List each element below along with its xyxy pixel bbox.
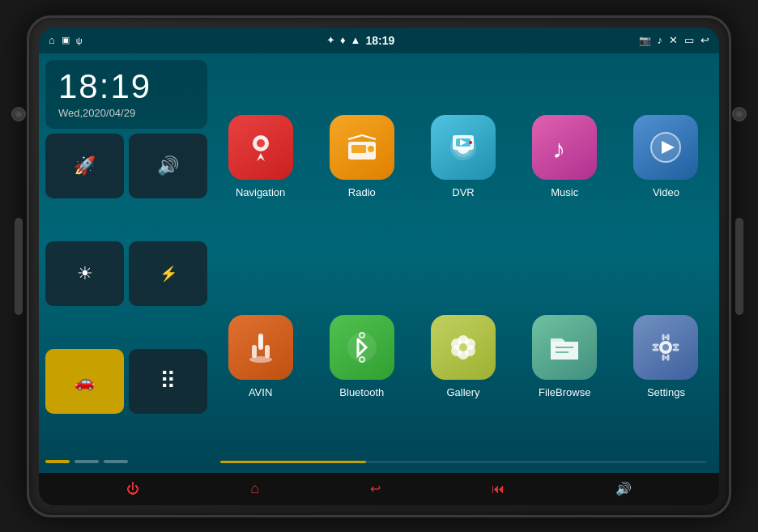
settings-label: Settings (647, 386, 685, 398)
power-button[interactable]: ⏻ (117, 479, 149, 500)
screen: ⌂ ▣ ψ ✦ ♦ ▲ 18:19 📷 ♪ ✕ ▭ ↩ (39, 28, 719, 473)
equalizer-icon: ⚡ (160, 265, 177, 283)
svg-point-32 (459, 343, 467, 351)
svg-point-5 (368, 146, 374, 152)
apps-grid-icon: ⠿ (160, 368, 177, 394)
knob-right[interactable] (732, 107, 747, 121)
status-center: ✦ ♦ ▲ 18:19 (326, 34, 394, 47)
rocket-icon: 🚀 (74, 155, 96, 177)
status-bar: ⌂ ▣ ψ ✦ ♦ ▲ 18:19 📷 ♪ ✕ ▭ ↩ (39, 28, 719, 53)
screen-bezel: ⌂ ▣ ψ ✦ ♦ ▲ 18:19 📷 ♪ ✕ ▭ ↩ (39, 28, 719, 505)
dvr-label: DVR (452, 186, 474, 198)
settings-icon (633, 315, 698, 380)
app-radio[interactable]: Radio (315, 60, 408, 254)
gallery-label: Gallery (446, 386, 479, 398)
video-icon (633, 115, 698, 180)
back-nav-icon: ↩ (370, 482, 381, 496)
screen-status-icon: ▭ (684, 34, 694, 46)
navigation-label: Navigation (236, 186, 285, 198)
app-music[interactable]: ♪ Music (518, 60, 611, 254)
navigation-icon (228, 115, 293, 180)
photo-status-icon: ▣ (62, 35, 70, 45)
back-button[interactable]: ↩ (360, 478, 390, 500)
quick-btn-car[interactable]: 🚗 (45, 349, 124, 415)
page-dot-2 (75, 460, 99, 463)
svg-marker-2 (257, 153, 265, 161)
wifi-status-icon: ▲ (351, 34, 361, 46)
quick-btn-volume[interactable]: 🔊 (129, 134, 207, 199)
bluetooth-status-icon: ✦ (326, 34, 335, 46)
left-panel: 18:19 Wed,2020/04/29 🚀 🔊 ☀ (45, 60, 207, 466)
volup-nav-icon: 🔊 (615, 482, 632, 496)
usb-status-icon: ψ (76, 36, 83, 45)
brightness-icon: ☀ (77, 263, 93, 284)
music-icon: ♪ (532, 115, 597, 180)
gallery-icon (431, 315, 496, 380)
app-bluetooth[interactable]: Bluetooth (315, 260, 408, 454)
quick-btn-brightness[interactable]: ☀ (45, 241, 124, 307)
volume-status-icon: ♪ (658, 34, 663, 46)
app-video[interactable]: Video (620, 60, 713, 254)
quick-btn-rocket[interactable]: 🚀 (45, 134, 124, 199)
svg-text:♪: ♪ (552, 134, 565, 164)
app-navigation[interactable]: Navigation (214, 60, 307, 254)
camera-status-icon: 📷 (639, 35, 651, 46)
knob-left[interactable] (11, 107, 26, 121)
close-status-icon: ✕ (669, 34, 678, 46)
clock-time: 18:19 (58, 70, 194, 104)
quick-btn-apps[interactable]: ⠿ (129, 349, 207, 415)
app-filebrowse[interactable]: FileBrowse (518, 260, 611, 454)
svg-rect-20 (252, 345, 257, 358)
svg-rect-19 (258, 334, 263, 350)
svg-rect-4 (351, 145, 366, 153)
quick-buttons: 🚀 🔊 ☀ ⚡ 🚗 (45, 134, 207, 452)
volup-button[interactable]: 🔊 (606, 478, 641, 500)
quick-btn-equalizer[interactable]: ⚡ (129, 241, 207, 307)
svg-rect-21 (265, 345, 270, 358)
home-nav-icon: ⌂ (250, 480, 259, 496)
status-left-icons: ⌂ ▣ ψ (49, 34, 83, 46)
status-right-icons: 📷 ♪ ✕ ▭ ↩ (639, 34, 710, 46)
video-label: Video (653, 186, 679, 198)
app-gallery[interactable]: Gallery (416, 260, 509, 454)
clock-date: Wed,2020/04/29 (58, 107, 194, 119)
radio-label: Radio (348, 186, 376, 198)
bluetooth-label: Bluetooth (339, 386, 384, 398)
location-status-icon: ♦ (340, 34, 346, 46)
status-time: 18:19 (365, 34, 394, 47)
home-status-icon: ⌂ (49, 34, 55, 46)
back-status-icon: ↩ (701, 34, 709, 46)
home-button[interactable]: ⌂ (241, 477, 269, 500)
app-avin[interactable]: AVIN (214, 260, 307, 454)
app-grid: Navigation (214, 60, 713, 466)
svg-point-13 (469, 141, 472, 144)
avin-label: AVIN (249, 386, 272, 398)
svg-line-6 (348, 135, 362, 139)
svg-point-22 (249, 356, 272, 363)
page-dot-1 (45, 460, 70, 463)
prev-nav-icon: ⏮ (492, 482, 505, 496)
app-settings[interactable]: Settings (620, 260, 713, 454)
page-indicator (45, 457, 207, 466)
app-dvr[interactable]: DVR (416, 60, 509, 254)
filebrowse-label: FileBrowse (539, 386, 590, 398)
car-icon: 🚗 (75, 372, 95, 391)
clock-area: 18:19 Wed,2020/04/29 (45, 60, 207, 129)
svg-point-36 (662, 344, 669, 351)
radio-icon (330, 115, 394, 180)
bottom-nav-bar: ⏻ ⌂ ↩ ⏮ 🔊 (39, 473, 719, 505)
app-row-2: AVIN Bl (214, 260, 713, 454)
scroll-indicator (220, 461, 706, 463)
svg-point-1 (257, 139, 265, 147)
prev-button[interactable]: ⏮ (482, 479, 514, 500)
avin-icon (228, 315, 293, 380)
music-label: Music (551, 186, 578, 198)
volume-icon: 🔊 (157, 155, 179, 177)
page-dot-3 (104, 460, 128, 463)
car-unit: ⌂ ▣ ψ ✦ ♦ ▲ 18:19 📷 ♪ ✕ ▭ ↩ (27, 15, 731, 517)
filebrowse-icon (532, 315, 597, 380)
app-row-1: Navigation (214, 60, 713, 254)
bluetooth-icon (330, 315, 394, 380)
power-icon: ⏻ (126, 482, 139, 496)
svg-line-7 (362, 135, 376, 139)
